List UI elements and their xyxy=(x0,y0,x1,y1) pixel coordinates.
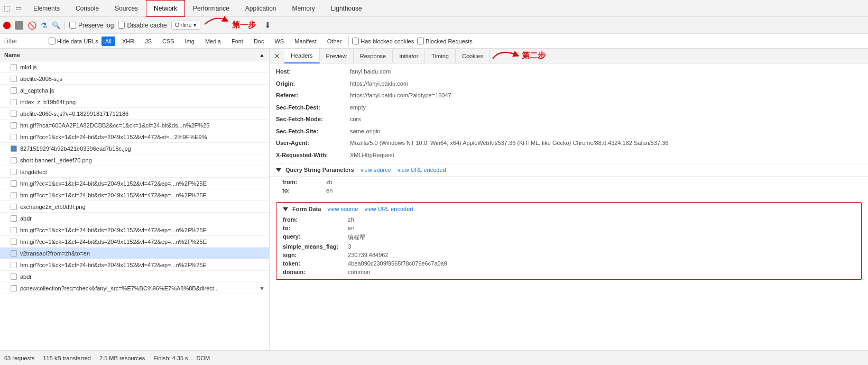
stop-button[interactable] xyxy=(15,21,23,30)
close-detail-button[interactable]: ✕ xyxy=(270,49,284,63)
filter-icon[interactable]: ⚗ xyxy=(41,21,48,30)
tab-headers[interactable]: Headers xyxy=(284,49,320,63)
file-item[interactable]: hm.gif?cc=1&ck=1&cl=24-bit&ds=2049x1152&… xyxy=(0,224,269,236)
inspect-icon[interactable]: ⬚ xyxy=(2,4,12,13)
form-data-token: token: 4bea090c2309f9565f78c079e6c7a0a9 xyxy=(283,259,855,268)
requests-count: 63 requests xyxy=(4,355,34,361)
tab-timing[interactable]: Timing xyxy=(425,49,456,63)
file-item[interactable]: index_z_b19b64f.png xyxy=(0,96,269,108)
scroll-triangle: ▲ xyxy=(259,52,265,58)
step1-annotation: 第一步 xyxy=(205,20,256,30)
step1-label: 第一步 xyxy=(232,20,256,30)
form-data-sign: sign: 230739.484962 xyxy=(283,251,855,259)
preserve-log-input[interactable] xyxy=(69,22,76,29)
tab-lighthouse[interactable]: Lighthouse xyxy=(323,0,370,17)
file-type-icon xyxy=(11,157,17,163)
file-item[interactable]: hm.gif?cc=1&ck=1&cl=24-bit&ds=2049x1152&… xyxy=(0,131,269,143)
header-host: Host: fanyi.baidu.com xyxy=(276,66,862,78)
file-item[interactable]: 827151929f4b92b421e03396ead7b18c.jpg xyxy=(0,143,269,154)
disable-cache-input[interactable] xyxy=(118,22,125,29)
file-item[interactable]: short-banner1_edeef70.png xyxy=(0,154,269,166)
filter-all[interactable]: All xyxy=(101,36,115,46)
blocked-requests-checkbox[interactable]: Blocked Requests xyxy=(417,38,473,44)
clear-icon[interactable]: 🚫 xyxy=(27,21,36,30)
tab-memory[interactable]: Memory xyxy=(284,0,323,17)
tab-cookies[interactable]: Cookies xyxy=(456,49,490,63)
filter-input[interactable] xyxy=(3,38,45,45)
file-item[interactable]: abclite-2008-s.js xyxy=(0,73,269,85)
header-sec-fetch-mode: Sec-Fetch-Mode: cors xyxy=(276,113,862,125)
file-type-icon xyxy=(11,87,17,94)
file-item[interactable]: langdetect xyxy=(0,166,269,178)
file-type-icon xyxy=(11,227,17,233)
file-item[interactable]: mkd.js xyxy=(0,61,269,73)
file-type-icon xyxy=(11,122,17,129)
view-source-link[interactable]: view source xyxy=(361,167,391,173)
file-item[interactable]: pcnewcollection?req=check&fanyi_src=%E7%… xyxy=(0,282,269,294)
file-item[interactable]: hm.gif?cc=1&ck=1&cl=24-bit&ds=2049x1152&… xyxy=(0,178,269,189)
file-type-icon xyxy=(11,239,17,245)
view-url-encoded-link[interactable]: view URL encoded xyxy=(398,167,446,173)
file-item[interactable]: abdr xyxy=(0,271,269,282)
file-item[interactable]: hm.gif?cc=1&ck=1&cl=24-bit&ds=2049x1152&… xyxy=(0,236,269,248)
form-data-view-source-link[interactable]: view source xyxy=(327,206,358,212)
filter-manifest[interactable]: Manifest xyxy=(291,36,320,46)
query-string-params: from: zh to: en xyxy=(270,177,868,198)
throttle-select[interactable]: Online ▾ xyxy=(171,21,200,30)
file-type-icon xyxy=(11,215,17,222)
file-item[interactable]: exchange2x_efb0d9f.png xyxy=(0,201,269,213)
filter-media[interactable]: Media xyxy=(201,36,225,46)
file-item[interactable]: abdr xyxy=(0,213,269,224)
top-tab-bar: ⬚ ▭ Elements Console Sources Network Per… xyxy=(0,0,868,17)
resources-size: 2.5 MB resources xyxy=(99,355,145,361)
filter-css[interactable]: CSS xyxy=(159,36,178,46)
divider1 xyxy=(64,21,65,30)
tab-initiator[interactable]: Initiator xyxy=(393,49,425,63)
tab-console[interactable]: Console xyxy=(68,0,107,17)
file-type-icon xyxy=(11,250,17,257)
filter-other[interactable]: Other xyxy=(324,36,346,46)
status-bar: 63 requests 115 kB transferred 2.5 MB re… xyxy=(0,350,868,365)
detail-panel: ✕ Headers Preview Response Initiator Tim… xyxy=(270,49,868,350)
file-item[interactable]: ai_captcha.js xyxy=(0,85,269,96)
preserve-log-checkbox[interactable]: Preserve log xyxy=(69,22,114,29)
record-button[interactable] xyxy=(3,22,11,29)
tab-network[interactable]: Network xyxy=(146,0,185,17)
filter-ws[interactable]: WS xyxy=(271,36,288,46)
header-referer: Referer: https://fanyi.baidu.com/?aldtyp… xyxy=(276,89,862,102)
form-data-domain: domain: common xyxy=(283,268,855,276)
download-icon[interactable]: ⬇ xyxy=(264,21,271,30)
file-item[interactable]: abclite-2060-s.js?v=0.18299181717121​86 xyxy=(0,108,269,120)
devtools-icons: ⬚ ▭ xyxy=(2,4,23,13)
filter-font[interactable]: Font xyxy=(228,36,247,46)
query-param-to: to: en xyxy=(282,186,862,195)
disable-cache-checkbox[interactable]: Disable cache xyxy=(118,22,167,29)
arrow3-svg xyxy=(865,233,868,249)
form-data-view-url-encoded-link[interactable]: view URL encoded xyxy=(364,206,413,212)
tab-application[interactable]: Application xyxy=(237,0,284,17)
search-icon[interactable]: 🔍 xyxy=(52,21,60,29)
tab-preview[interactable]: Preview xyxy=(320,49,354,63)
detail-tabs: ✕ Headers Preview Response Initiator Tim… xyxy=(270,49,868,63)
tab-sources[interactable]: Sources xyxy=(107,0,146,17)
tab-response[interactable]: Response xyxy=(354,49,393,63)
file-item-selected[interactable]: v2transapi?from=zh&to=en xyxy=(0,248,269,259)
filter-js[interactable]: JS xyxy=(141,36,155,46)
has-blocked-cookies-checkbox[interactable]: Has blocked cookies xyxy=(352,38,414,44)
tab-elements[interactable]: Elements xyxy=(25,0,68,17)
file-item[interactable]: hm.gif?hca=600AA2F1A82DCBB2&cc=1&ck=1&cl… xyxy=(0,120,269,131)
main-area: Name ▲ mkd.js abclite-2008-s.js ai_captc… xyxy=(0,49,868,350)
header-origin: Origin: https://fanyi.baidu.com xyxy=(276,78,862,90)
file-type-icon xyxy=(11,262,17,268)
device-icon[interactable]: ▭ xyxy=(14,4,23,13)
filter-img[interactable]: Img xyxy=(181,36,198,46)
file-item[interactable]: hm.gif?cc=1&ck=1&cl=24-bit&ds=2049x1152&… xyxy=(0,189,269,201)
hide-data-urls-checkbox[interactable]: Hide data URLs xyxy=(49,38,98,44)
file-type-icon xyxy=(11,76,17,82)
finish-time: Finish: 4.35 s xyxy=(153,355,188,361)
filter-xhr[interactable]: XHR xyxy=(118,36,138,46)
file-panel: Name ▲ mkd.js abclite-2008-s.js ai_captc… xyxy=(0,49,270,350)
form-data-simple-means-flag: simple_means_flag: 3 xyxy=(283,242,855,251)
file-item[interactable]: hm.gif?cc=1&ck=1&cl=24-bit&ds=2049x1152&… xyxy=(0,259,269,271)
filter-doc[interactable]: Doc xyxy=(250,36,268,46)
